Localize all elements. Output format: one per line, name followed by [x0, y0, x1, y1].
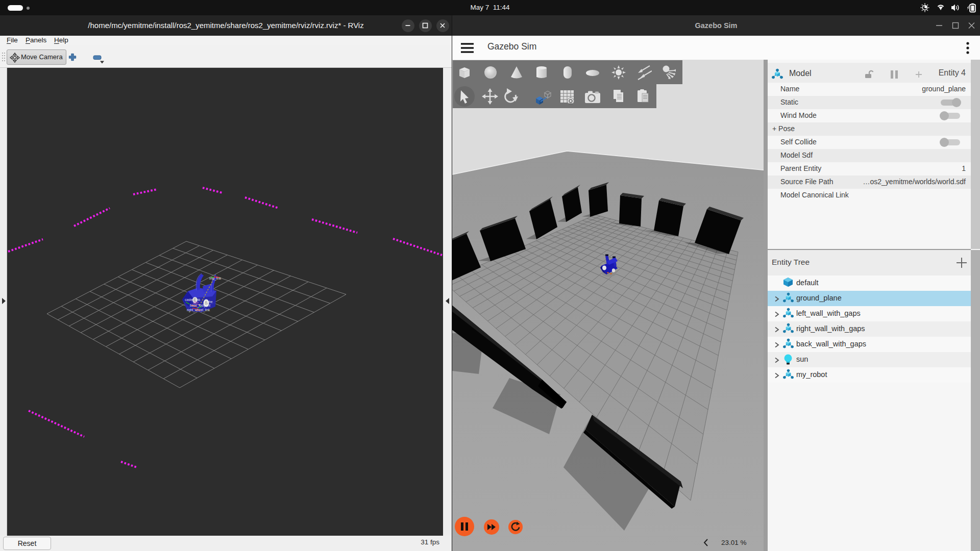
svg-text:imu_link: imu_link [209, 277, 222, 281]
svg-text:23.01 %: 23.01 % [721, 539, 747, 546]
svg-text:base_footprint: base_footprint [190, 304, 210, 308]
svg-text:right_wheel_link: right_wheel_link [187, 308, 210, 312]
svg-text:l_whe: l_whe [204, 300, 213, 304]
svg-text:caster_link: caster_link [185, 298, 201, 302]
